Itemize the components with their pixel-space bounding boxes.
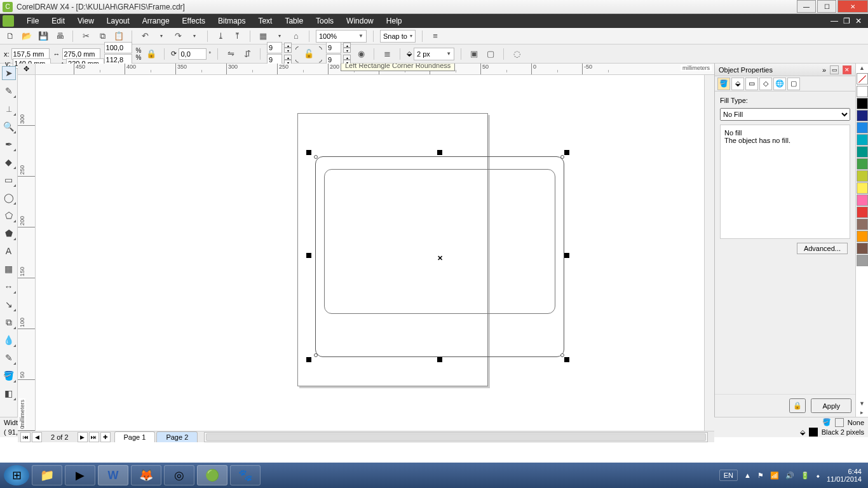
lock-ratio-icon[interactable]: 🔒 — [145, 48, 158, 60]
convert-curves-icon[interactable]: ◌ — [510, 48, 523, 60]
apply-button[interactable]: Apply — [811, 398, 851, 413]
palette-scroll-up[interactable]: ▲ — [856, 64, 868, 72]
freehand-tool[interactable]: ✒ — [2, 137, 16, 151]
palette-swatch[interactable] — [857, 98, 868, 109]
outline-width-combo[interactable]: 2 px▼ — [414, 48, 454, 60]
snap-combo[interactable]: Snap to▾ — [380, 30, 416, 43]
advanced-button[interactable]: Advanced... — [797, 243, 848, 254]
outline-indicator-icon[interactable]: ⬙ — [800, 428, 805, 437]
prev-page-button[interactable]: ◀ — [32, 432, 42, 442]
palette-swatch[interactable] — [857, 158, 868, 170]
selection-handle[interactable] — [564, 253, 569, 258]
tray-battery-icon[interactable]: 🔋 — [801, 471, 810, 480]
x-field[interactable] — [11, 48, 50, 60]
smart-fill-tool[interactable]: ◆ — [2, 155, 16, 169]
table-tool[interactable]: ▦ — [2, 262, 16, 276]
fill-tool[interactable]: 🪣 — [2, 369, 16, 383]
palette-nofill[interactable] — [857, 73, 868, 85]
options-icon[interactable]: ≡ — [429, 30, 442, 43]
taskbar-coreldraw[interactable]: 🟢 — [197, 465, 227, 485]
internet-tab[interactable]: 🌐 — [773, 78, 786, 90]
fill-swatch[interactable] — [835, 418, 844, 427]
palette-swatch[interactable] — [857, 182, 868, 194]
page-tab-1[interactable]: Page 1 — [114, 431, 156, 442]
palette-swatch[interactable] — [857, 134, 868, 146]
lock-apply-button[interactable]: 🔒 — [789, 398, 806, 413]
taskbar-gimp[interactable]: 🐾 — [230, 465, 261, 485]
next-page-button[interactable]: ▶ — [78, 432, 88, 442]
taskbar-clock[interactable]: 6:44 11/01/2014 — [827, 468, 862, 483]
selection-handle[interactable] — [564, 150, 569, 155]
shape-tool[interactable]: ✎ — [2, 84, 16, 98]
taskbar-word[interactable]: W — [98, 465, 128, 485]
minimize-button[interactable]: — — [797, 0, 816, 13]
taskbar-firefox[interactable]: 🦊 — [131, 465, 161, 485]
round-corners-icon[interactable]: ◉ — [355, 48, 367, 60]
maximize-button[interactable]: ☐ — [817, 0, 836, 13]
mdi-close[interactable]: ✕ — [855, 17, 862, 25]
rotation-field[interactable] — [179, 48, 207, 60]
page-tab-2[interactable]: Page 2 — [156, 431, 198, 442]
taskbar-chrome[interactable]: ◎ — [164, 465, 194, 485]
outline-tool[interactable]: ✎ — [2, 351, 16, 365]
copy-icon[interactable]: ⧉ — [96, 30, 109, 43]
mirror-v-icon[interactable]: ⇵ — [241, 48, 254, 60]
drawing-canvas[interactable]: ✕ — [36, 75, 704, 431]
palette-scroll-down[interactable]: ▼ — [856, 399, 868, 408]
menu-layout[interactable]: Layout — [100, 17, 136, 25]
menu-edit[interactable]: Edit — [45, 17, 71, 25]
selection-handle[interactable] — [306, 253, 311, 258]
menu-effects[interactable]: Effects — [176, 17, 212, 25]
dimension-tool[interactable]: ↔ — [2, 280, 16, 294]
general-tab[interactable]: ▢ — [787, 78, 800, 90]
fill-type-select[interactable]: No Fill — [720, 108, 850, 121]
fill-indicator-icon[interactable]: 🪣 — [822, 418, 831, 426]
palette-swatch[interactable] — [857, 219, 868, 230]
to-back-icon[interactable]: ▢ — [484, 48, 497, 60]
palette-swatch[interactable] — [857, 170, 868, 182]
palette-swatch[interactable] — [857, 86, 868, 97]
outline-tab[interactable]: ⬙ — [731, 78, 744, 90]
corner-node[interactable] — [314, 353, 318, 357]
selection-handle[interactable] — [437, 357, 442, 362]
zoom-tool[interactable]: 🔍 — [2, 119, 16, 133]
connector-tool[interactable]: ↘ — [2, 297, 16, 311]
palette-swatch[interactable] — [857, 194, 868, 206]
mdi-restore[interactable]: ❐ — [843, 17, 850, 25]
rect-tab[interactable]: ▭ — [745, 78, 758, 90]
print-icon[interactable]: 🖶 — [53, 30, 66, 43]
corner-node[interactable] — [314, 155, 318, 159]
tray-dropbox-icon[interactable]: ⬥ — [816, 471, 820, 479]
rectangle-tool[interactable]: ▭ — [2, 173, 16, 187]
zoom-combo[interactable]: 100%▼ — [316, 30, 367, 43]
panel-close-icon[interactable]: ✕ — [843, 65, 851, 74]
corner-tr-field[interactable] — [326, 42, 341, 53]
tray-volume-icon[interactable]: 🔊 — [785, 471, 794, 480]
mdi-minimize[interactable]: — — [831, 17, 838, 25]
eyedropper-tool[interactable]: 💧 — [2, 333, 16, 347]
palette-swatch[interactable] — [857, 243, 868, 254]
tray-action-center-icon[interactable]: ⚑ — [757, 471, 764, 480]
menu-window[interactable]: Window — [340, 17, 380, 25]
redo-dropdown-icon[interactable]: ▾ — [188, 30, 201, 43]
app-menu-icon[interactable] — [3, 15, 14, 27]
ruler-origin[interactable]: ✥ — [18, 64, 36, 75]
selection-handle[interactable] — [564, 357, 569, 362]
scalex-field[interactable] — [104, 42, 132, 53]
selection-handle[interactable] — [306, 150, 311, 155]
wrap-text-icon[interactable]: ≣ — [381, 48, 393, 60]
menu-table[interactable]: Table — [278, 17, 309, 25]
ellipse-tool[interactable]: ◯ — [2, 191, 16, 205]
corner-node[interactable] — [560, 353, 564, 357]
undo-icon[interactable]: ↶ — [139, 30, 151, 43]
taskbar-explorer[interactable]: 📁 — [32, 465, 62, 485]
panel-pin-icon[interactable]: ▭ — [830, 65, 839, 74]
export-icon[interactable]: ⤒ — [231, 30, 243, 43]
palette-swatch[interactable] — [857, 207, 868, 218]
app-launcher-dropdown[interactable]: ▾ — [273, 30, 286, 43]
width-field[interactable] — [62, 48, 100, 60]
menu-help[interactable]: Help — [380, 17, 409, 25]
corner-lock-icon[interactable]: 🔓 — [302, 48, 315, 60]
first-page-button[interactable]: ⏮ — [20, 432, 31, 442]
language-indicator[interactable]: EN — [719, 470, 738, 481]
